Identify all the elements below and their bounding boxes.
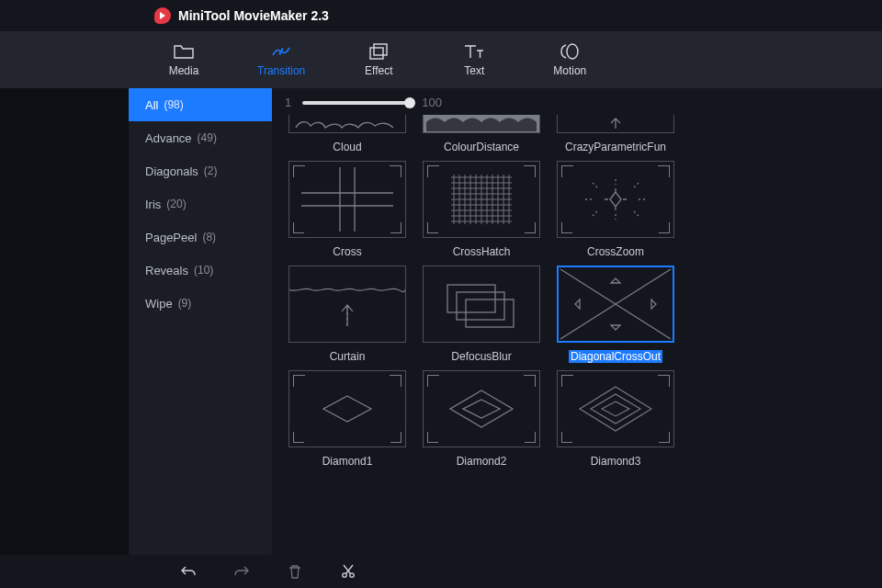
undo-icon[interactable]	[180, 563, 197, 580]
sidebar-item-all[interactable]: All (98)	[129, 88, 272, 121]
thumbnail	[557, 161, 674, 238]
sidebar-item-count: (9)	[178, 297, 192, 310]
thumbnail-label: Curtain	[330, 350, 366, 363]
redo-icon[interactable]	[233, 563, 250, 580]
toolbar-label: Media	[169, 64, 199, 77]
zoom-max-label: 100	[422, 96, 442, 109]
svg-rect-1	[370, 48, 383, 59]
thumbnail	[557, 266, 674, 343]
thumbnail-label: Diamond2	[457, 455, 507, 468]
footer-toolbar	[0, 555, 882, 588]
transition-cloud[interactable]: Cloud	[285, 115, 410, 153]
folder-icon	[174, 42, 194, 61]
sidebar-item-count: (2)	[204, 164, 218, 177]
transition-defocusblur[interactable]: DefocusBlur	[419, 266, 544, 363]
thumbnail	[557, 370, 674, 447]
sidebar-item-count: (49)	[198, 131, 217, 144]
motion-icon	[560, 42, 580, 61]
cut-icon[interactable]	[340, 563, 356, 580]
zoom-slider[interactable]	[302, 101, 411, 105]
transition-cross[interactable]: Cross	[285, 161, 410, 258]
thumbnail-label: ColourDistance	[444, 141, 519, 153]
sidebar-item-label: All	[145, 98, 158, 112]
sidebar-item-label: Wipe	[145, 297, 173, 311]
app-logo-icon	[154, 7, 171, 24]
transition-diagonalcrossout[interactable]: DiagonalCrossOut	[553, 266, 678, 363]
svg-rect-4	[457, 292, 504, 320]
zoom-min-label: 1	[285, 96, 291, 109]
toolbar-label: Effect	[365, 64, 392, 77]
content-area: 1 100 Cloud ColourDistance	[272, 88, 882, 555]
thumbnail	[288, 266, 406, 343]
sidebar-item-count: (8)	[202, 231, 216, 243]
thumbnail	[423, 161, 540, 238]
thumbnail-label: DefocusBlur	[451, 350, 511, 363]
transition-crosshatch[interactable]: CrossHatch	[419, 161, 544, 258]
thumbnail	[423, 266, 540, 343]
toolbar-text[interactable]: Text	[452, 42, 496, 77]
transition-icon	[271, 42, 291, 61]
thumbnail-label: Cloud	[333, 141, 361, 153]
transition-colourdistance[interactable]: ColourDistance	[419, 115, 544, 153]
transition-crazyparametricfun[interactable]: CrazyParametricFun	[553, 115, 678, 153]
thumbnail-label: Diamond1	[322, 455, 373, 468]
transition-crosszoom[interactable]: CrossZoom	[553, 161, 678, 258]
zoom-slider-row: 1 100	[285, 96, 882, 113]
sidebar-item-count: (20)	[166, 198, 186, 210]
sidebar-item-pagepeel[interactable]: PagePeel (8)	[129, 220, 272, 254]
sidebar-item-reveals[interactable]: Reveals (10)	[129, 254, 272, 287]
svg-rect-0	[374, 44, 387, 55]
sidebar-item-count: (10)	[194, 264, 213, 277]
sidebar-item-label: Iris	[145, 198, 161, 211]
transition-grid: Cloud ColourDistance CrazyParametricFun	[285, 113, 882, 468]
sidebar-item-advance[interactable]: Advance (49)	[129, 121, 272, 154]
transition-diamond2[interactable]: Diamond2	[419, 370, 544, 468]
thumbnail	[557, 115, 674, 133]
toolbar-label: Motion	[553, 64, 586, 77]
thumbnail-label: CrossHatch	[453, 245, 511, 258]
zoom-slider-thumb[interactable]	[404, 97, 415, 108]
toolbar-transition[interactable]: Transition	[257, 42, 305, 77]
toolbar-motion[interactable]: Motion	[548, 42, 592, 77]
thumbnail	[288, 161, 406, 238]
svg-point-2	[567, 44, 578, 59]
thumbnail-label: Diamond3	[591, 455, 641, 468]
thumbnail-label: DiagonalCrossOut	[569, 350, 662, 363]
thumbnail-label: Cross	[333, 245, 361, 258]
sidebar-item-label: Reveals	[145, 264, 188, 277]
transition-curtain[interactable]: Curtain	[285, 266, 410, 363]
sidebar-item-wipe[interactable]: Wipe (9)	[129, 287, 272, 320]
app-title: MiniTool MovieMaker 2.3	[178, 8, 329, 23]
transition-diamond1[interactable]: Diamond1	[285, 370, 410, 468]
sidebar-item-iris[interactable]: Iris (20)	[129, 187, 272, 220]
thumbnail	[288, 115, 406, 133]
trash-icon[interactable]	[287, 563, 303, 580]
sidebar-item-label: Diagonals	[145, 164, 198, 178]
sidebar-item-label: Advance	[145, 131, 192, 145]
thumbnail	[423, 370, 540, 447]
toolbar-label: Transition	[257, 64, 305, 77]
thumbnail-label: CrossZoom	[587, 245, 644, 258]
text-icon	[464, 42, 484, 61]
category-sidebar: All (98) Advance (49) Diagonals (2) Iris…	[129, 88, 272, 555]
svg-rect-5	[466, 300, 514, 327]
main-body: All (98) Advance (49) Diagonals (2) Iris…	[0, 88, 882, 555]
sidebar-item-count: (98)	[164, 98, 183, 111]
toolbar-label: Text	[464, 64, 484, 77]
thumbnail	[288, 370, 406, 447]
sidebar-item-diagonals[interactable]: Diagonals (2)	[129, 154, 272, 187]
main-toolbar: Media Transition Effect Text Motion	[0, 31, 882, 88]
sidebar-item-label: PagePeel	[145, 231, 197, 244]
svg-rect-3	[447, 285, 495, 312]
toolbar-effect[interactable]: Effect	[356, 42, 401, 77]
transition-diamond3[interactable]: Diamond3	[553, 370, 678, 468]
thumbnail-label: CrazyParametricFun	[565, 141, 666, 153]
effect-icon	[368, 42, 389, 61]
titlebar: MiniTool MovieMaker 2.3	[0, 0, 882, 31]
thumbnail	[423, 115, 540, 133]
toolbar-media[interactable]: Media	[162, 42, 206, 77]
